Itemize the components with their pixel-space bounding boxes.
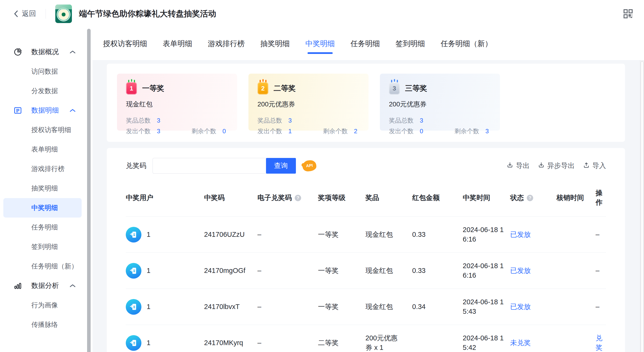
tab-checkin-detail[interactable]: 签到明细	[396, 27, 425, 60]
prize-card-title: 三等奖	[405, 83, 427, 93]
sidebar-item-spread-network[interactable]: 传播脉络	[0, 315, 92, 334]
action: –	[596, 303, 606, 311]
sidebar-item-game-ranking[interactable]: 游戏排行榜	[0, 159, 92, 179]
main-scrollbar-thumb[interactable]	[641, 61, 644, 352]
prize-name: 200元优惠券	[258, 100, 360, 109]
activity-thumbnail	[55, 5, 72, 23]
stat-label: 剩余个数	[323, 127, 348, 135]
third-prize-medal-icon: 3	[389, 82, 400, 95]
tab-task-detail-new[interactable]: 任务明细（新）	[441, 27, 492, 60]
tab-bar: 授权访客明细 表单明细 游戏排行榜 抽奖明细 中奖明细 任务明细 签到明细 任务…	[92, 27, 644, 60]
sidebar-item-lottery-detail[interactable]: 抽奖明细	[0, 179, 92, 198]
tab-task-detail[interactable]: 任务明细	[350, 27, 380, 60]
tab-authorized-visitor-detail[interactable]: 授权访客明细	[103, 27, 147, 60]
prize-summary-panel: 1 一等奖 现金红包 奖品总数3 发出个数3 剩余个数0	[107, 64, 625, 142]
chevron-up-icon	[69, 284, 76, 288]
tab-winning-detail[interactable]: 中奖明细	[306, 27, 335, 60]
winning-code: 24170lbvxT	[204, 303, 258, 311]
second-prize-medal-icon: 2	[258, 82, 268, 95]
status: 已发放	[510, 230, 556, 239]
winning-table: 中奖用户 中奖码 电子兑奖码? 奖项等级 奖品 红包金额 中奖时间 状态? 核销…	[126, 188, 606, 352]
back-button[interactable]: 返回	[13, 9, 36, 19]
user-avatar	[126, 335, 142, 351]
main-scrollbar[interactable]	[640, 60, 644, 352]
download-icon	[506, 162, 514, 170]
stat-value: 2	[354, 128, 357, 135]
e-redeem-code: –	[258, 339, 318, 347]
main-area: 授权访客明细 表单明细 游戏排行榜 抽奖明细 中奖明细 任务明细 签到明细 任务…	[92, 27, 644, 352]
prize: 现金红包	[366, 266, 404, 275]
download-icon	[538, 162, 545, 170]
status: 已发放	[510, 266, 556, 275]
stat-value: 0	[420, 128, 423, 135]
sidebar: 数据概况 访问数据 分发数据 数据明细 授权访客明细 表单明细	[0, 27, 92, 352]
winning-time: 2024-06-18 15:42	[463, 333, 504, 352]
prize: 现金红包	[366, 230, 404, 239]
winning-code: 241706UZzU	[204, 231, 258, 238]
sidebar-group-data-analysis[interactable]: 数据分析	[0, 276, 92, 295]
export-button[interactable]: 导出	[506, 161, 530, 171]
prize-level: 一等奖	[318, 230, 366, 239]
prize-name: 现金红包	[126, 100, 228, 109]
sidebar-item-task-detail[interactable]: 任务明细	[0, 218, 92, 237]
stat-label: 发出个数	[126, 127, 151, 135]
sidebar-item-checkin-detail[interactable]: 签到明细	[0, 237, 92, 256]
stat-label: 奖品总数	[126, 116, 151, 125]
qr-code-icon[interactable]	[623, 8, 634, 19]
api-badge[interactable]: API	[302, 160, 316, 172]
user-name: 1	[147, 267, 150, 274]
first-prize-card: 1 一等奖 现金红包 奖品总数3 发出个数3 剩余个数0	[117, 74, 237, 131]
sidebar-group-data-detail[interactable]: 数据明细	[0, 101, 92, 120]
list-icon	[13, 106, 22, 115]
redeem-code-input[interactable]	[152, 158, 266, 174]
e-redeem-code: –	[258, 231, 318, 238]
query-button[interactable]: 查询	[266, 158, 296, 174]
sidebar-group-data-overview[interactable]: 数据概况	[0, 42, 92, 62]
tab-lottery-detail[interactable]: 抽奖明细	[260, 27, 290, 60]
status: 已发放	[510, 302, 556, 312]
prize-card-title: 二等奖	[274, 83, 296, 93]
sidebar-item-form-detail[interactable]: 表单明细	[0, 140, 92, 159]
sidebar-scrollbar-thumb[interactable]	[87, 29, 91, 352]
sidebar-item-winning-detail[interactable]: 中奖明细	[3, 198, 82, 218]
action: –	[596, 267, 606, 274]
action: 兑奖	[596, 333, 606, 352]
second-prize-card: 2 二等奖 200元优惠券 奖品总数3 发出个数1 剩余个数2	[248, 74, 368, 131]
table-row: 1 24170mgOGf – 一等奖 现金红包 0.33 2024-06-18 …	[126, 253, 606, 289]
winning-time: 2024-06-18 16:16	[463, 225, 504, 244]
status: 未兑奖	[510, 338, 556, 348]
chevron-up-icon	[69, 108, 76, 113]
sidebar-item-authorized-visitor-detail[interactable]: 授权访客明细	[0, 120, 92, 140]
chevron-up-icon	[69, 50, 76, 54]
table-row: 1 24170MKyrq – 二等奖 200元优惠券 x 1 2024-06-1…	[126, 325, 606, 352]
tab-form-detail[interactable]: 表单明细	[163, 27, 192, 60]
sidebar-item-behavior-portrait[interactable]: 行为画像	[0, 295, 92, 315]
user-name: 1	[147, 339, 150, 347]
stat-value: 0	[222, 128, 226, 135]
e-redeem-code: –	[258, 267, 318, 274]
winning-detail-panel: 兑奖码 查询 API 导出	[107, 148, 625, 352]
help-icon[interactable]: ?	[295, 195, 301, 201]
user-name: 1	[147, 231, 150, 238]
winning-code: 24170MKyrq	[204, 339, 258, 347]
sidebar-item-task-detail-new[interactable]: 任务明细（新）	[0, 256, 92, 276]
sidebar-item-visit-data[interactable]: 访问数据	[0, 62, 92, 81]
user-avatar	[126, 299, 142, 315]
redpacket-amount: 0.33	[412, 267, 463, 274]
upload-icon	[583, 162, 590, 170]
sidebar-item-distribution-data[interactable]: 分发数据	[0, 81, 92, 101]
prize-level: 一等奖	[318, 302, 366, 312]
prize: 200元优惠券 x 1	[366, 333, 404, 352]
tab-game-ranking[interactable]: 游戏排行榜	[208, 27, 245, 60]
stat-value: 3	[157, 117, 160, 124]
help-icon[interactable]: ?	[527, 195, 533, 201]
action: –	[596, 231, 606, 238]
chevron-left-icon	[13, 10, 18, 18]
import-button[interactable]: 导入	[583, 161, 606, 171]
winning-time: 2024-06-18 15:43	[463, 297, 504, 316]
async-export-button[interactable]: 异步导出	[538, 161, 575, 171]
app-window: 返回 端午节绿色助你粽壕礼大转盘抽奖活动 数据概况	[0, 0, 644, 352]
content: 1 一等奖 现金红包 奖品总数3 发出个数3 剩余个数0	[92, 60, 644, 352]
redeem-link[interactable]: 兑奖	[596, 334, 602, 351]
table-header-row: 中奖用户 中奖码 电子兑奖码? 奖项等级 奖品 红包金额 中奖时间 状态? 核销…	[126, 188, 606, 217]
